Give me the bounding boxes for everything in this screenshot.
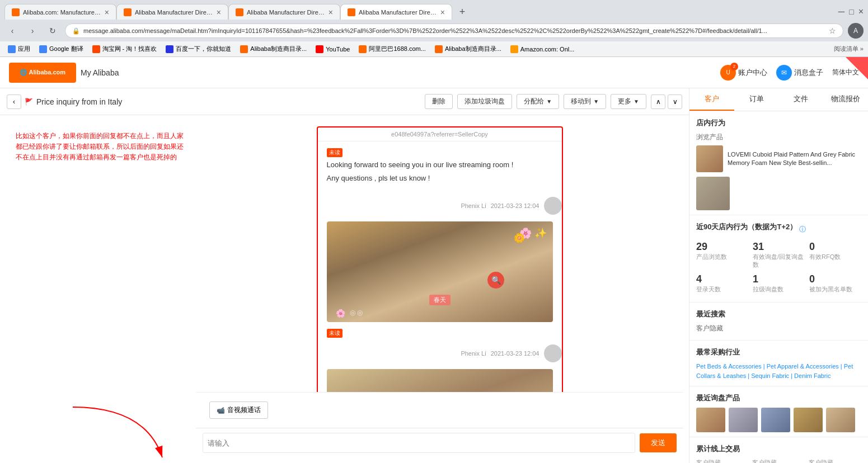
chat-wrapper: 比如这个客户，如果你前面的回复都不在点上，而且人家都已经跟你讲了要让你邮箱联系，… xyxy=(0,115,689,463)
browse-product-thumbnail[interactable] xyxy=(696,177,730,210)
bookmark-taobao-label: 淘宝网 - 淘！找喜欢 xyxy=(102,45,157,53)
recent-search-title: 最近搜索 xyxy=(696,309,861,319)
distribute-to-button[interactable]: 分配给 ▼ xyxy=(517,94,559,109)
minimize-btn[interactable]: ─ xyxy=(838,7,844,17)
message-input[interactable] xyxy=(203,433,635,453)
product-card[interactable]: LOVEMI Cuboid Plaid Pattern And Grey Fab… xyxy=(696,145,861,172)
sender-avatar-2 xyxy=(544,344,562,362)
message-box-btn[interactable]: ✉ 消息盒子 xyxy=(776,65,823,81)
tab-close-2[interactable]: × xyxy=(217,8,221,17)
bookmark-taobao[interactable]: 淘宝网 - 淘！找喜欢 xyxy=(89,44,161,54)
bookmark-alibaba-2[interactable]: Alibaba制造商目录... xyxy=(431,44,505,54)
back-navigation-btn[interactable]: ‹ xyxy=(4,23,20,39)
account-center-btn[interactable]: U 2 账户中心 xyxy=(720,65,767,81)
bookmark-apps[interactable]: 应用 xyxy=(4,44,34,54)
move-to-button[interactable]: 移动到 ▼ xyxy=(564,94,606,109)
video-icon: 📹 xyxy=(217,407,225,414)
top-nav: 🌐 Alibaba.com My Alibaba U 2 账户中心 ✉ 消息盒子… xyxy=(0,57,868,88)
stat-number-bl: 1 xyxy=(753,273,805,285)
distribute-chevron-icon: ▼ xyxy=(546,98,552,105)
tab-2[interactable]: Alibaba Manufacturer Directo... × xyxy=(116,4,228,20)
page-title: Price inquiry from in Italy xyxy=(36,97,122,106)
stats-info-icon[interactable]: ⓘ xyxy=(799,225,806,234)
image-message-1: 🌸 ✨ 🌼 春天 🌸 ◎ ◎ xyxy=(318,217,562,327)
stat-label-login: 登录天数 xyxy=(696,285,748,293)
sender-row-1: Phenix Li 2021-03-23 12:04 xyxy=(318,197,562,215)
sidebar-tab-files[interactable]: 文件 xyxy=(779,88,824,111)
language-selector[interactable]: 简体中文 xyxy=(832,68,859,77)
back-button[interactable]: ‹ xyxy=(7,95,21,109)
stat-label-inquiry: 有效询盘/回复询盘数 xyxy=(753,253,805,269)
product-thumb-5[interactable] xyxy=(826,408,855,432)
tab-close-1[interactable]: × xyxy=(105,8,109,17)
bookmark-amazon[interactable]: Amazon.com: Onl... xyxy=(507,44,578,54)
delete-button[interactable]: 删除 xyxy=(425,94,453,109)
chat-scroll[interactable]: e048fe04997a?referrer=SellerCopy 未读 Look… xyxy=(196,121,683,392)
recent-inquiry-title: 最近询盘产品 xyxy=(696,393,861,403)
sidebar-tab-order[interactable]: 订单 xyxy=(734,88,779,111)
chat-image-2[interactable]: 🐱 xyxy=(327,369,553,392)
alibaba1-bookmark-icon xyxy=(240,45,248,53)
trade-item-amount: 客户隐藏 订单总金额（$） xyxy=(752,459,805,463)
bookmark-1688[interactable]: 阿里巴巴1688.com... xyxy=(355,44,429,54)
taobao-bookmark-icon xyxy=(92,45,100,53)
logo-area: 🌐 Alibaba.com My Alibaba xyxy=(9,63,119,83)
prev-message-btn[interactable]: ∧ xyxy=(651,95,665,109)
new-tab-button[interactable]: + xyxy=(454,4,470,20)
sender-row-2: Phenix Li 2021-03-23 12:04 xyxy=(318,344,562,362)
sidebar-tab-logistics[interactable]: 物流报价 xyxy=(823,88,868,111)
tab-1[interactable]: Alibaba.com: Manufacturers, × xyxy=(4,4,116,20)
youtube-bookmark-icon xyxy=(316,45,323,53)
product-thumb-2[interactable] xyxy=(729,408,758,432)
message-layout: ‹ 🚩 Price inquiry from in Italy 删除 添加垃圾询… xyxy=(0,88,868,463)
product-thumb-4[interactable] xyxy=(794,408,823,432)
move-chevron-icon: ▼ xyxy=(593,98,599,105)
stat-rfq-count: 0 有效RFQ数 xyxy=(809,241,861,269)
bookmark-google-translate[interactable]: Google 翻译 xyxy=(36,44,87,54)
tab-3[interactable]: Alibaba Manufacturer Directo... × xyxy=(228,4,340,20)
reload-btn[interactable]: ↻ xyxy=(45,23,60,39)
product-thumb-1[interactable] xyxy=(696,408,725,432)
trade-item-orders: 客户隐藏 订单总数 xyxy=(696,459,749,463)
tab-label-2: Alibaba Manufacturer Directo... xyxy=(135,9,213,16)
trade-label-orders: 客户隐藏 xyxy=(696,459,749,463)
stat-blacklisted: 0 被加为黑名单数 xyxy=(809,273,861,293)
bookmark-alibaba-1[interactable]: Alibaba制造商目录... xyxy=(237,44,310,54)
recent-search-section: 最近搜索 客户隐藏 xyxy=(689,303,868,341)
tab-4[interactable]: Alibaba Manufacturer Directo... × xyxy=(340,4,452,20)
sidebar-tab-customer[interactable]: 客户 xyxy=(689,88,734,111)
stat-label-bl: 拉级询盘数 xyxy=(753,285,805,293)
bookmark-star-icon[interactable]: ☆ xyxy=(829,26,836,35)
chat-image-1[interactable]: 🌸 ✨ 🌼 春天 🌸 ◎ ◎ xyxy=(327,221,553,322)
reading-list-btn[interactable]: 阅读清单 » xyxy=(834,45,864,53)
forward-navigation-btn[interactable]: › xyxy=(25,23,40,39)
address-bar[interactable]: 🔒 message.alibaba.com/message/maDetail.h… xyxy=(65,23,843,38)
app-container: 🌐 Alibaba.com My Alibaba U 2 账户中心 ✉ 消息盒子… xyxy=(0,57,868,463)
bookmark-alibaba1-label: Alibaba制造商目录... xyxy=(250,45,307,53)
search-floating-btn[interactable]: 🔍 xyxy=(487,272,504,289)
unread-row: 未读 xyxy=(327,148,553,157)
bookmark-youtube[interactable]: YouTube xyxy=(312,44,353,54)
account-center-label: 账户中心 xyxy=(738,68,767,78)
message-toolbar: ‹ 🚩 Price inquiry from in Italy 删除 添加垃圾询… xyxy=(0,88,689,115)
chat-box: e048fe04997a?referrer=SellerCopy 未读 Look… xyxy=(317,126,563,392)
tab-close-3[interactable]: × xyxy=(329,8,333,17)
product-thumb-3[interactable] xyxy=(761,408,790,432)
bookmark-baidu[interactable]: 百度一下，你就知道 xyxy=(162,44,234,54)
add-junk-filter-button[interactable]: 添加垃圾询盘 xyxy=(457,94,512,109)
trade-title: 累计线上交易 xyxy=(696,444,861,454)
sender-name-2: Phenix Li xyxy=(461,350,486,357)
message-text-1: Looking forward to seeing you in our liv… xyxy=(327,159,553,171)
more-button[interactable]: 更多 ▼ xyxy=(611,94,646,109)
video-call-button[interactable]: 📹 音视频通话 xyxy=(209,401,268,419)
maximize-btn[interactable]: □ xyxy=(849,7,853,16)
close-window-btn[interactable]: × xyxy=(858,7,864,17)
image-bottom-deco: 🌸 ◎ ◎ xyxy=(336,309,363,318)
tab-close-4[interactable]: × xyxy=(440,8,445,17)
profile-button[interactable]: A xyxy=(848,23,864,39)
send-button[interactable]: 发送 xyxy=(640,433,677,452)
message-bubble-1: 未读 Looking forward to seeing you in our … xyxy=(318,141,562,192)
user-avatar: U 2 xyxy=(720,65,736,81)
alibaba-logo[interactable]: 🌐 Alibaba.com xyxy=(9,63,76,83)
next-message-btn[interactable]: ∨ xyxy=(668,95,682,109)
